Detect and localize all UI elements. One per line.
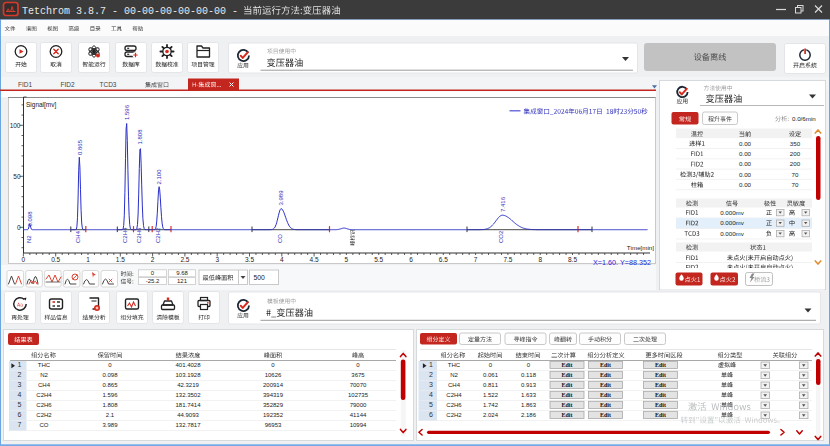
svg-text:192352: 192352	[263, 412, 284, 418]
svg-text:6: 6	[18, 411, 22, 418]
svg-text:401.4028: 401.4028	[175, 362, 201, 368]
svg-text:Edit: Edit	[600, 372, 611, 378]
svg-text:500: 500	[254, 274, 266, 281]
svg-text:6.5: 6.5	[439, 256, 448, 263]
svg-text:1.522: 1.522	[483, 392, 499, 398]
svg-text:6: 6	[429, 411, 433, 418]
svg-text:181.7414: 181.7414	[175, 402, 201, 408]
svg-text:Edit: Edit	[600, 392, 611, 398]
svg-text:5: 5	[18, 401, 22, 408]
svg-text:7: 7	[474, 256, 478, 263]
svg-text:5.5: 5.5	[374, 256, 383, 263]
svg-text:2.186: 2.186	[521, 412, 537, 418]
svg-text:TCD3: TCD3	[100, 81, 117, 88]
svg-text:7: 7	[18, 421, 22, 428]
svg-text:79000: 79000	[350, 402, 367, 408]
svg-text:3.989: 3.989	[102, 422, 118, 428]
svg-text:N2: N2	[40, 372, 48, 378]
svg-text:THC: THC	[448, 362, 461, 368]
svg-text:4.5: 4.5	[310, 256, 319, 263]
svg-text:5: 5	[345, 256, 349, 263]
svg-text:2: 2	[18, 371, 22, 378]
svg-text:C2H6: C2H6	[136, 227, 142, 243]
svg-text:4: 4	[18, 391, 22, 398]
svg-text:4: 4	[429, 391, 433, 398]
svg-text:0.098: 0.098	[102, 372, 118, 378]
svg-text:0.000mv: 0.000mv	[720, 219, 745, 226]
svg-text:Edit: Edit	[600, 362, 611, 368]
svg-text:1.5: 1.5	[116, 256, 125, 263]
svg-text:0.00: 0.00	[739, 160, 752, 167]
svg-text:0: 0	[22, 256, 26, 263]
svg-text:0.913: 0.913	[521, 382, 537, 388]
svg-text:96953: 96953	[265, 422, 282, 428]
svg-text:2: 2	[429, 371, 433, 378]
svg-text:Edit: Edit	[600, 402, 611, 408]
svg-text:0.00: 0.00	[739, 171, 752, 178]
svg-text:70: 70	[792, 171, 799, 178]
svg-text:394319: 394319	[263, 392, 284, 398]
svg-text:CO: CO	[40, 422, 49, 428]
svg-text:70070: 70070	[350, 382, 367, 388]
svg-text:102735: 102735	[348, 392, 369, 398]
svg-text:6: 6	[409, 256, 413, 263]
svg-text:CH4: CH4	[38, 382, 51, 388]
svg-text:0.865: 0.865	[102, 382, 118, 388]
svg-text:350: 350	[790, 140, 801, 147]
svg-text:C2H2: C2H2	[36, 412, 52, 418]
svg-text:CO2: CO2	[498, 230, 504, 243]
svg-text:0.865: 0.865	[77, 139, 83, 155]
svg-text:3.989: 3.989	[278, 190, 284, 206]
svg-text:42.3219: 42.3219	[177, 382, 199, 388]
svg-text:3: 3	[18, 381, 22, 388]
svg-text:C2H4: C2H4	[36, 392, 52, 398]
svg-text:0.000mv: 0.000mv	[720, 209, 745, 216]
svg-text:1: 1	[86, 256, 90, 263]
svg-text:Edit: Edit	[655, 372, 666, 378]
svg-text:1.742: 1.742	[483, 402, 499, 408]
svg-text:0.00: 0.00	[739, 150, 752, 157]
svg-text:C2H2: C2H2	[446, 412, 462, 418]
svg-text:9.68: 9.68	[176, 270, 188, 276]
svg-text:1.596: 1.596	[102, 392, 118, 398]
svg-text:7.416: 7.416	[500, 196, 506, 212]
svg-text:Time[min]: Time[min]	[627, 244, 654, 251]
svg-text:Edit: Edit	[655, 402, 666, 408]
svg-text:352829: 352829	[263, 402, 284, 408]
svg-text:2.1: 2.1	[106, 412, 115, 418]
svg-text:2: 2	[151, 256, 155, 263]
svg-text:CO: CO	[277, 234, 283, 243]
svg-text:1.808: 1.808	[102, 402, 118, 408]
svg-text:10626: 10626	[265, 372, 282, 378]
svg-text:0.098: 0.098	[27, 211, 33, 227]
svg-text:2.5: 2.5	[180, 256, 189, 263]
svg-text:C2H4: C2H4	[122, 227, 128, 243]
svg-text:0.811: 0.811	[483, 382, 499, 388]
svg-text:1: 1	[429, 361, 433, 368]
svg-text:44.9093: 44.9093	[177, 412, 199, 418]
svg-text:0: 0	[17, 224, 21, 231]
svg-text:1.633: 1.633	[521, 392, 537, 398]
svg-text:Edit: Edit	[600, 382, 611, 388]
svg-text:FID1: FID1	[18, 81, 32, 88]
svg-text:C2H4: C2H4	[446, 392, 462, 398]
svg-text:8.5: 8.5	[568, 256, 577, 263]
svg-text:3.5: 3.5	[245, 256, 254, 263]
svg-text:Edit: Edit	[600, 412, 611, 418]
svg-text:121: 121	[177, 278, 188, 284]
svg-text:1.596: 1.596	[124, 104, 130, 120]
svg-text:C2H2: C2H2	[155, 227, 161, 243]
svg-text:200: 200	[790, 160, 801, 167]
svg-text:7.5: 7.5	[503, 256, 512, 263]
svg-text:1: 1	[18, 361, 22, 368]
svg-text:200: 200	[790, 150, 801, 157]
svg-text:Edit: Edit	[655, 362, 666, 368]
svg-text:132.3502: 132.3502	[175, 392, 201, 398]
svg-text:FID2: FID2	[60, 81, 74, 88]
svg-text:0.00: 0.00	[739, 181, 752, 188]
svg-text:CH4: CH4	[448, 382, 461, 388]
svg-text:Edit: Edit	[561, 382, 572, 388]
svg-text:200914: 200914	[263, 382, 284, 388]
svg-text:5: 5	[429, 401, 433, 408]
svg-text:Edit: Edit	[561, 412, 572, 418]
